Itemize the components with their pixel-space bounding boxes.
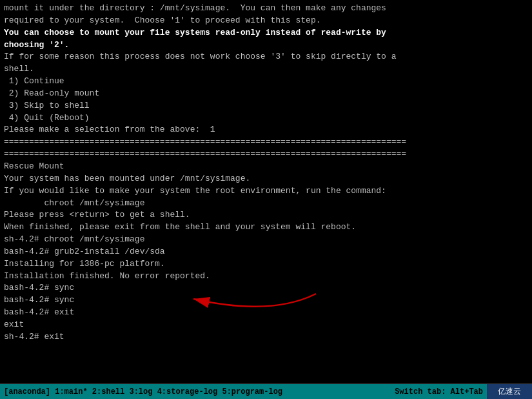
terminal-line: bash-4.2# sync [4,294,528,307]
terminal-line: shell. [4,63,528,76]
terminal-line: If you would like to make your system th… [4,185,528,198]
terminal-line: Rescue Mount [4,161,528,173]
terminal-line: bash-4.2# sync [4,282,528,294]
terminal-line: Installation finished. No error reported… [4,271,528,283]
tab-list[interactable]: [anaconda] 1:main* 2:shell 3:log 4:stora… [0,384,487,399]
terminal-line: ========================================… [4,136,528,148]
terminal-line: 1) Continue [4,76,528,88]
terminal-line: If for some reason this process does not… [4,51,528,63]
terminal-line: 2) Read-only mount [4,88,528,100]
terminal-line: chroot /mnt/sysimage [4,198,528,210]
terminal-line: bash-4.2# exit [4,307,528,319]
terminal: mount it under the directory : /mnt/sysi… [0,0,532,384]
terminal-line: sh-4.2# chroot /mnt/sysimage [4,234,528,246]
status-bar: [anaconda] 1:main* 2:shell 3:log 4:stora… [0,384,532,399]
terminal-line: Installing for i386-pc platform. [4,258,528,271]
tab-labels: [anaconda] 1:main* 2:shell 3:log 4:stora… [4,387,282,396]
terminal-line: Please press <return> to get a shell. [4,209,528,221]
terminal-line: 4) Quit (Reboot) [4,112,528,125]
terminal-line: 3) Skip to shell [4,100,528,112]
terminal-line: Your system has been mounted under /mnt/… [4,173,528,185]
switch-hint: Switch tab: Alt+Tab [395,387,483,396]
terminal-line: ========================================… [4,148,528,161]
terminal-line: sh-4.2# exit [4,331,528,343]
terminal-line: choosing '2'. [4,39,528,52]
terminal-line: exit [4,319,528,331]
terminal-line: bash-4.2# grub2-install /dev/sda [4,246,528,258]
terminal-line: When finished, please exit from the shel… [4,221,528,234]
terminal-line: mount it under the directory : /mnt/sysi… [4,3,528,15]
terminal-line: Please make a selection from the above: … [4,124,528,136]
logo: 亿速云 [487,384,532,399]
terminal-line: required to your system. Choose '1' to p… [4,15,528,27]
terminal-line: You can choose to mount your file system… [4,27,528,39]
